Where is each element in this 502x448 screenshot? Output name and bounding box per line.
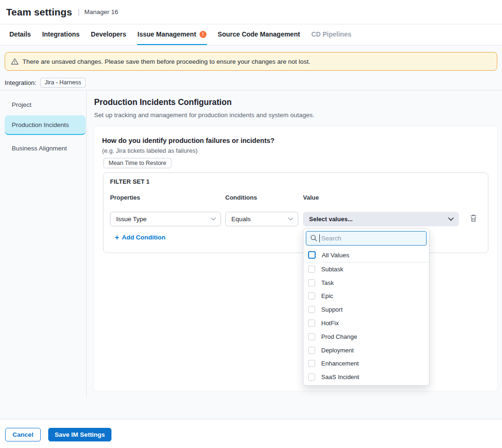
column-header-conditions: Conditions xyxy=(225,194,257,201)
checkbox[interactable] xyxy=(308,279,315,286)
option-customer-notification[interactable]: Customer Notification xyxy=(303,384,429,386)
add-condition-button[interactable]: + Add Condition xyxy=(115,234,165,241)
cancel-button[interactable]: Cancel xyxy=(5,428,41,441)
option-prod-change[interactable]: Prod Change xyxy=(303,330,429,343)
tab-cd-pipelines: CD Pipelines xyxy=(311,24,352,45)
metric-chip-mean-time-to-restore[interactable]: Mean Time to Restore xyxy=(103,158,171,168)
checkbox[interactable] xyxy=(308,347,315,354)
column-header-value: Value xyxy=(303,194,319,201)
footer-divider xyxy=(0,419,502,419)
option-all-values[interactable]: All Values xyxy=(303,248,429,262)
checkbox[interactable] xyxy=(308,333,315,340)
value-multiselect[interactable]: Select values... xyxy=(303,212,459,226)
option-saas-incident[interactable]: SaaS Incident xyxy=(303,370,429,384)
tab-source-code-management[interactable]: Source Code Management xyxy=(217,24,301,45)
options-list: Subtask Task Epic Support HotFix Prod Ch… xyxy=(303,262,429,386)
checkbox[interactable] xyxy=(308,360,315,367)
chevron-down-icon xyxy=(211,217,216,221)
sidebar-item-production-incidents[interactable]: Production Incidents xyxy=(5,115,86,135)
integration-row: Integration: Jira - Harness xyxy=(5,77,86,88)
question-hint: (e.g. Jira tickets labeled as failures) xyxy=(102,147,198,154)
trash-icon xyxy=(470,214,477,224)
unsaved-changes-badge-icon: ! xyxy=(199,31,207,38)
page-title: Team settings xyxy=(6,7,72,18)
option-enhancement[interactable]: Enhancement xyxy=(303,357,429,371)
integration-chip[interactable]: Jira - Harness xyxy=(40,78,86,88)
filter-set-title: FILTER SET 1 xyxy=(110,179,150,185)
option-epic[interactable]: Epic xyxy=(303,290,429,303)
warning-triangle-icon xyxy=(11,58,19,65)
option-deployment[interactable]: Deployment xyxy=(303,343,429,357)
banner-text: There are unsaved changes. Please save t… xyxy=(22,58,310,65)
tab-details[interactable]: Details xyxy=(9,24,31,45)
tab-bar: Details Integrations Developers Issue Ma… xyxy=(0,24,502,45)
plus-icon: + xyxy=(115,234,119,240)
checkbox[interactable] xyxy=(308,306,315,313)
section-title: Production Incidents Configuration xyxy=(94,97,232,107)
checkbox[interactable] xyxy=(308,320,315,327)
sidebar-item-business-alignment[interactable]: Business Alignment xyxy=(0,139,86,157)
option-support[interactable]: Support xyxy=(303,303,429,316)
option-hotfix[interactable]: HotFix xyxy=(303,316,429,330)
team-name: Manager 16 xyxy=(84,8,118,15)
option-task[interactable]: Task xyxy=(303,276,429,290)
app-header: Team settings | Manager 16 xyxy=(0,0,502,24)
checkbox[interactable] xyxy=(308,292,315,299)
dropdown-search xyxy=(306,231,427,246)
tab-issue-management[interactable]: Issue Management ! xyxy=(137,24,207,45)
property-select[interactable]: Issue Type xyxy=(110,212,221,226)
value-dropdown-panel: All Values Subtask Task Epic Support Hot… xyxy=(303,228,429,386)
integration-label: Integration: xyxy=(5,79,37,86)
settings-sidebar: Project Production Incidents Business Al… xyxy=(0,90,87,397)
column-header-properties: Properties xyxy=(110,194,140,201)
option-subtask[interactable]: Subtask xyxy=(303,262,429,276)
save-im-settings-button[interactable]: Save IM Settings xyxy=(48,428,111,441)
page: Team settings | Manager 16 Details Integ… xyxy=(0,0,502,448)
question-label: How do you identify production failures … xyxy=(102,137,274,144)
checkbox-all-values[interactable] xyxy=(308,251,316,259)
sidebar-item-project[interactable]: Project xyxy=(0,95,86,114)
condition-select[interactable]: Equals xyxy=(225,212,298,226)
tab-integrations[interactable]: Integrations xyxy=(42,24,80,45)
checkbox[interactable] xyxy=(308,266,315,273)
title-separator: | xyxy=(78,8,80,16)
delete-filter-button[interactable] xyxy=(468,213,479,224)
chevron-down-icon xyxy=(288,217,293,221)
chevron-down-icon xyxy=(448,217,454,221)
search-input[interactable] xyxy=(306,231,427,246)
tab-developers[interactable]: Developers xyxy=(90,24,126,45)
checkbox[interactable] xyxy=(308,373,315,381)
unsaved-changes-banner: There are unsaved changes. Please save t… xyxy=(5,52,497,71)
text-cursor xyxy=(319,234,320,242)
section-subtitle: Set up tracking and management for produ… xyxy=(94,112,315,119)
